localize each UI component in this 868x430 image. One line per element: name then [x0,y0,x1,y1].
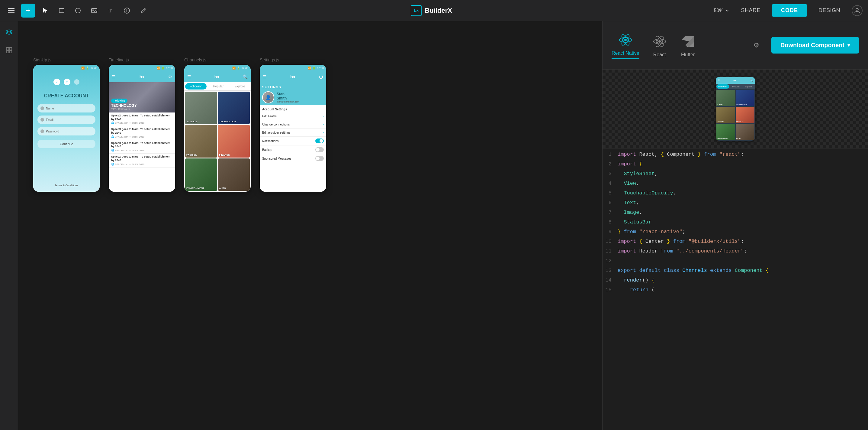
change-connections-label: Change connections [262,123,290,126]
menu-button[interactable] [5,6,17,16]
line-number: 14 [602,277,618,283]
step-1: ✓ [54,79,60,85]
backup-toggle[interactable] [315,147,324,152]
add-button[interactable]: + [21,4,35,18]
preview-search-icon: 🔍 [750,79,753,82]
tab-popular[interactable]: Popular [208,82,229,90]
settings-edit-provider[interactable]: Edit provider settings › [260,128,326,137]
sidebar-layers-icon[interactable] [3,26,15,38]
code-token [618,190,624,196]
tab-explore[interactable]: Explore [229,82,251,90]
signup-password-input[interactable]: Password [37,127,95,136]
settings-power-icon[interactable]: ⏻ [319,75,323,79]
notifications-toggle[interactable] [315,139,324,143]
share-button[interactable]: SHARE [734,4,767,17]
panel-settings-icon[interactable]: ⚙ [753,41,759,49]
settings-change-connections[interactable]: Change connections › [260,120,326,128]
signup-status-bar: 📶🔋12:30 [33,65,100,71]
channels-search-icon[interactable]: 🔍 [243,75,248,79]
sidebar-components-icon[interactable] [3,44,15,56]
brand-name: BuilderX [425,7,452,15]
code-line: 10import { Center } from "@builderx/util… [602,238,868,248]
svg-rect-0 [59,8,64,13]
channels-menu-icon[interactable]: ☰ [187,75,191,79]
timeline-menu-icon[interactable]: ☰ [112,75,116,79]
channel-card-science[interactable]: SCIENCE [185,92,217,124]
code-token: StatusBar [624,219,651,225]
settings-backup[interactable]: Backup [260,145,326,154]
preview-card-tech: TECHNOLOGY [736,90,754,106]
channels-brand: bx [214,75,219,79]
code-token: ; [744,248,747,254]
code-token: React, [636,151,661,157]
svg-point-16 [658,40,661,42]
pen-tool[interactable] [137,4,149,17]
line-content: import Header from "../components/Header… [618,248,868,254]
text-tool[interactable]: T [104,4,117,17]
channel-card-auto[interactable]: AUTO [218,159,250,191]
code-editor[interactable]: 1import React, { Component } from "react… [602,148,868,430]
line-number: 6 [602,200,618,206]
timeline-following-badge[interactable]: Following [111,98,127,103]
code-token: ; [741,238,744,244]
table-row[interactable]: SpaceX goes to Mars: To setup establishm… [109,126,175,140]
select-tool[interactable] [39,4,51,17]
rectangle-tool[interactable] [56,4,68,17]
channel-card-tech[interactable]: TECHNOLOGY [218,92,250,124]
settings-content: SETTINGS 👤 StanSmith stan@stansmith.com … [260,82,326,192]
channel-card-env[interactable]: ENVIRONMENT [185,159,217,191]
user-avatar[interactable] [852,5,863,16]
settings-user-email: stan@stansmith.com [277,101,299,103]
info-tool[interactable]: i [121,4,133,17]
code-token: , [654,171,657,177]
signup-name-input[interactable]: Name [37,104,95,113]
code-line: 14 render() { [602,277,868,287]
change-connections-arrow: › [322,122,324,126]
code-button[interactable]: CODE [772,4,807,17]
design-button[interactable]: DESIGN [812,4,847,17]
tab-following[interactable]: Following [185,83,207,89]
sponsored-messages-toggle[interactable] [315,156,324,161]
table-row[interactable]: SpaceX goes to Mars: To setup establishm… [109,153,175,167]
article-meta: 🌐 SPACE.com○Oct 5, 2019 [111,149,173,152]
signup-title: CREATE ACCOUNT [44,93,89,98]
channel-card-finance[interactable]: FINANCE [218,125,250,157]
code-line: 12 [602,258,868,268]
table-row[interactable]: SpaceX goes to Mars: To setup establishm… [109,140,175,153]
framework-flutter[interactable]: Flutter [680,33,696,57]
table-row[interactable]: SpaceX goes to Mars: To setup establishm… [109,113,175,126]
settings-edit-profile[interactable]: Edit Profile › [260,112,326,120]
settings-sponsored-messages[interactable]: Sponsored Messages [260,154,326,163]
framework-react-native[interactable]: React Native [612,32,639,59]
code-token: Image [624,209,639,215]
signup-continue-button[interactable]: Continue [37,140,95,148]
zoom-control[interactable]: 50% [714,8,730,13]
timeline-phone-wrapper: Timeline.js 📶🔋12:30 ☰ bx ⚙ Following [109,57,175,192]
signup-email-input[interactable]: Email [37,116,95,124]
code-token: ( [648,287,654,293]
framework-react[interactable]: React [651,33,668,57]
timeline-hero-title: TECHNOLOGY [111,104,173,108]
channels-status-bar: 📶🔋12:30 [184,65,251,71]
circle-tool[interactable] [72,4,84,17]
settings-menu-icon[interactable]: ☰ [263,75,267,79]
settings-header: ☰ bx ⏻ [260,71,326,82]
code-line: 9} from "react-native"; [602,229,868,238]
code-token [618,171,624,177]
settings-page-title: SETTINGS [262,85,324,89]
code-token [763,268,766,274]
svg-point-12 [624,39,627,41]
image-tool[interactable] [88,4,100,17]
canvas-area[interactable]: SignUp.js 📶🔋12:30 ✓ ◷ CREATE ACCO [18,21,602,430]
timeline-header: ☰ bx ⚙ [109,71,175,82]
line-number: 11 [602,248,618,254]
channels-label: Channels.js [184,57,251,62]
code-token [670,238,673,244]
timeline-settings-icon[interactable]: ⚙ [168,75,172,79]
right-panel: React Native React [602,21,868,430]
settings-notifications[interactable]: Notifications [260,137,326,145]
download-component-button[interactable]: Download Component ▾ [771,37,859,54]
code-token [618,277,624,283]
code-token [618,209,624,215]
channel-card-fashion[interactable]: FASHION [185,125,217,157]
